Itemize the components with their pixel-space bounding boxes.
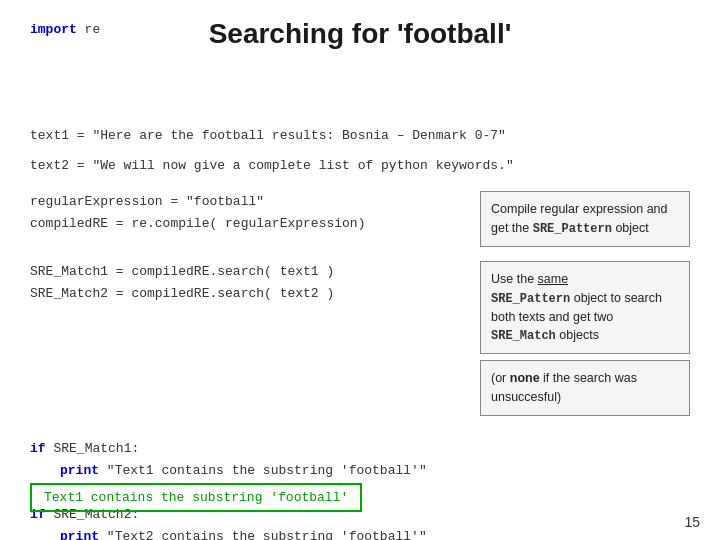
keyword-print1: print — [60, 463, 99, 478]
compiled-re-text: compiledRE = re.compile( regularExpressi… — [30, 216, 365, 231]
page-title: Searching for 'football' — [0, 0, 720, 60]
callout1-text2: object — [612, 221, 649, 235]
callout2-code: SRE_Pattern — [491, 292, 570, 306]
if-match1-line: if SRE_Match1: — [30, 438, 690, 460]
sre-match2-line: SRE_Match2 = compiledRE.search( text2 ) — [30, 283, 460, 305]
page-number: 15 — [684, 514, 700, 530]
print1-line: print "Text1 contains the substring 'foo… — [60, 460, 690, 482]
callout3-text: (or — [491, 371, 510, 385]
compile-group: regularExpression = "football" compiledR… — [30, 191, 690, 247]
regular-expression-text: regularExpression = "football" — [30, 194, 264, 209]
search-code: SRE_Match1 = compiledRE.search( text1 ) … — [30, 261, 460, 305]
text2-line: text2 = "We will now give a complete lis… — [30, 158, 514, 173]
sre-match2-text: SRE_Match2 = compiledRE.search( text2 ) — [30, 286, 334, 301]
keyword-print2: print — [60, 529, 99, 540]
if-match1-text: SRE_Match1: — [53, 441, 139, 456]
callout2-text3: objects — [556, 328, 599, 342]
callout-box-3: (or none if the search was unsuccesful) — [480, 360, 690, 416]
print2-line: print "Text2 contains the substring 'foo… — [60, 526, 690, 540]
callout2-text1: Use the — [491, 272, 538, 286]
text1-line: text1 = "Here are the football results: … — [30, 128, 506, 143]
callout-box-2: Use the same SRE_Pattern object to searc… — [480, 261, 690, 355]
keyword-import: import — [30, 22, 77, 37]
callout-col: Use the same SRE_Pattern object to searc… — [480, 261, 690, 416]
if-match1-block: if SRE_Match1: print "Text1 contains the… — [30, 438, 690, 482]
callout-box-1: Compile regular expression and get the S… — [480, 191, 690, 247]
code-text2: text2 = "We will now give a complete lis… — [30, 155, 690, 177]
output-text: Text1 contains the substring 'football' — [44, 490, 348, 505]
callout3-none: none — [510, 371, 540, 385]
compiled-re-line: compiledRE = re.compile( regularExpressi… — [30, 213, 460, 235]
import-line: import re — [30, 22, 100, 37]
callout2-underline: same — [538, 272, 569, 286]
callout1-code: SRE_Pattern — [533, 222, 612, 236]
code-text1: text1 = "Here are the football results: … — [30, 125, 690, 147]
callout2-code2: SRE_Match — [491, 329, 556, 343]
search-group: SRE_Match1 = compiledRE.search( text1 ) … — [30, 261, 690, 416]
compile-code: regularExpression = "football" compiledR… — [30, 191, 460, 235]
print2-text: "Text2 contains the substring 'football'… — [107, 529, 427, 540]
print1-text: "Text1 contains the substring 'football'… — [107, 463, 427, 478]
sre-match1-line: SRE_Match1 = compiledRE.search( text1 ) — [30, 261, 460, 283]
keyword-if1: if — [30, 441, 46, 456]
sre-match1-text: SRE_Match1 = compiledRE.search( text1 ) — [30, 264, 334, 279]
output-box: Text1 contains the substring 'football' — [30, 483, 362, 512]
regular-expression-line: regularExpression = "football" — [30, 191, 460, 213]
